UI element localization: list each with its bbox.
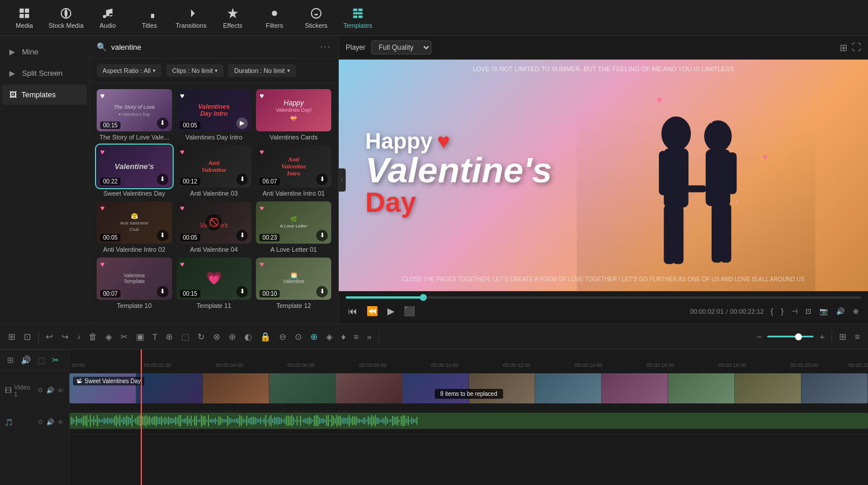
- template-card[interactable]: Valentine's ♥ 00:22 ⬇ Sweet Valentines D…: [97, 145, 172, 197]
- progress-bar[interactable]: [346, 296, 861, 299]
- play-button[interactable]: ▶: [385, 303, 397, 319]
- video-clip[interactable]: 📽 Sweet Valentines Day 8 items to be rep…: [69, 373, 868, 403]
- mark-out-button[interactable]: }: [779, 305, 786, 318]
- insert-button[interactable]: ⊣: [789, 305, 800, 318]
- template-thumbnail: 😤Anti ValentineClub ♥ 00:05 ⬇: [97, 201, 172, 244]
- preview-canvas: Happy ♥ Valentine's Day ♥ ♥ ♥ ♥ ♥: [339, 60, 868, 291]
- nav-stickers[interactable]: Stickers: [296, 2, 336, 34]
- tl-tool-grid[interactable]: ⊞: [5, 353, 16, 367]
- tool-record[interactable]: ◈: [323, 328, 336, 346]
- heart-icon: ♥: [259, 260, 264, 269]
- template-card[interactable]: AntiValentineIntro ♥ 06:07 ⬇ Anti Valent…: [256, 145, 331, 197]
- tool-magnet[interactable]: ⊡: [20, 328, 35, 346]
- zoom-out-button[interactable]: −: [753, 328, 766, 345]
- template-card[interactable]: AntiValentine's 🚫 ♥ 00:05 ⬇ Anti Valenti…: [177, 201, 252, 253]
- quality-select[interactable]: Full Quality High Quality Low Quality: [371, 41, 431, 54]
- track-audio-button[interactable]: 🔊: [46, 386, 55, 395]
- tool-rotate[interactable]: ⊕: [162, 328, 177, 346]
- sidebar-item-split-screen[interactable]: ▶ Split Screen: [2, 63, 87, 83]
- more-options-button[interactable]: ···: [320, 42, 331, 52]
- aspect-ratio-filter[interactable]: Aspect Ratio : All ▾: [97, 64, 162, 77]
- tool-cut[interactable]: ✂: [117, 328, 131, 346]
- search-input[interactable]: valentine: [111, 43, 316, 52]
- video-preview: Player Full Quality High Quality Low Qua…: [339, 36, 868, 324]
- tool-undo[interactable]: ↩: [42, 328, 57, 346]
- tool-redo[interactable]: ↪: [58, 328, 72, 346]
- tl-tool-audio[interactable]: 🔊: [19, 353, 33, 367]
- tool-minus[interactable]: ⊖: [276, 328, 290, 346]
- grid-view-button[interactable]: ⊞: [840, 42, 847, 53]
- track-settings-button[interactable]: ⚙: [37, 386, 44, 395]
- nav-stock-media[interactable]: Stock Media: [46, 2, 86, 34]
- tool-export[interactable]: ♦: [338, 328, 349, 345]
- step-back-button[interactable]: ⏪: [364, 303, 380, 319]
- tool-color[interactable]: ◐: [241, 328, 255, 346]
- nav-filters[interactable]: Filters: [255, 2, 294, 34]
- template-card[interactable]: AntiValentine ♥ 00:12 ⬇ Anti Valentine 0…: [177, 145, 252, 197]
- chevron-down-icon: ▾: [153, 68, 156, 74]
- sidebar-item-mine[interactable]: ▶ Mine: [2, 42, 87, 62]
- template-card[interactable]: The Story of Love ♥ Valentine's Day ♥ 00…: [97, 89, 172, 141]
- more-ctrl-button[interactable]: ⊕: [851, 305, 861, 318]
- nav-audio[interactable]: Audio: [88, 2, 127, 34]
- tl-tool-subtitle[interactable]: ⬚: [35, 353, 47, 367]
- tool-audio[interactable]: ♪: [74, 329, 84, 344]
- nav-titles[interactable]: Titles: [130, 2, 169, 34]
- heart-particle: ♥: [709, 117, 713, 126]
- ruler-marks: 00:00 00:00:02:00 00:00:04:00 00:00:06:0…: [69, 350, 868, 370]
- tl-tool-split[interactable]: ✂: [50, 353, 61, 367]
- audio-settings-button[interactable]: ⚙: [37, 418, 44, 427]
- template-card[interactable]: ValentinesDay Intro ♥ 00:05 ▶ Valentines…: [177, 89, 252, 141]
- template-card[interactable]: ValentineTemplate ♥ 00:07 ⬇ Template 10: [97, 258, 172, 309]
- template-card[interactable]: Happy Valentines Day! 💝 ♥ Valentines Car…: [256, 89, 331, 141]
- tool-select[interactable]: ◈: [102, 328, 116, 346]
- tool-circle[interactable]: ⊙: [291, 328, 306, 346]
- tool-speed[interactable]: ≡: [350, 328, 362, 345]
- track-eye-button[interactable]: 👁: [57, 386, 64, 395]
- stop-button[interactable]: ⬛: [401, 303, 417, 319]
- tool-more[interactable]: »: [364, 328, 375, 345]
- tool-text[interactable]: T: [149, 328, 161, 345]
- timeline-ruler: 00:00 00:00:02:00 00:00:04:00 00:00:06:0…: [69, 350, 868, 370]
- zoom-slider[interactable]: [767, 336, 814, 337]
- tool-crop[interactable]: ▣: [133, 328, 148, 346]
- template-card[interactable]: 🌅Valentine ♥ 00:10 ⬇ Template 12: [256, 258, 331, 309]
- tool-delete[interactable]: 🗑: [85, 328, 101, 345]
- tool-fit[interactable]: ⬚: [178, 328, 193, 346]
- fullscreen-button[interactable]: ⛶: [852, 42, 861, 53]
- tool-layout[interactable]: ⊞: [836, 328, 850, 346]
- duration-filter[interactable]: Duration : No limit ▾: [228, 64, 295, 77]
- volume-button[interactable]: 🔊: [834, 305, 847, 318]
- tool-grid[interactable]: ⊞: [5, 328, 19, 346]
- crop-button[interactable]: ⊡: [803, 305, 814, 318]
- tool-menu[interactable]: ≡: [851, 328, 863, 345]
- zoom-in-button[interactable]: +: [816, 328, 828, 345]
- track-label-video: 🎞 Video 1 ⚙ 🔊 👁: [0, 370, 69, 411]
- audio-track-icon: 🎵: [5, 418, 13, 427]
- nav-transitions[interactable]: Transitions: [171, 2, 211, 34]
- collapse-panel-button[interactable]: ‹: [338, 168, 346, 192]
- tool-plus-circle[interactable]: ⊕: [307, 328, 321, 346]
- nav-templates[interactable]: Templates: [338, 2, 378, 34]
- svg-rect-3: [25, 13, 29, 17]
- heart-particle: ♥: [656, 94, 662, 106]
- nav-effects[interactable]: Effects: [213, 2, 252, 34]
- template-card[interactable]: 🌿A Love Letter ♥ 00:23 ⬇ A Love Letter 0…: [256, 201, 331, 253]
- template-card[interactable]: 😤Anti ValentineClub ♥ 00:05 ⬇ Anti Valen…: [97, 201, 172, 253]
- template-card[interactable]: 💗 ♥ 00:15 ⬇ Template 11: [177, 258, 252, 309]
- snapshot-button[interactable]: 📷: [817, 305, 830, 318]
- top-navigation: Media Stock Media Audio Titles Transitio…: [0, 0, 868, 36]
- nav-media[interactable]: Media: [5, 2, 44, 34]
- audio-mute-button[interactable]: 🔊: [46, 418, 55, 427]
- heart-icon: ♥: [180, 91, 185, 100]
- tool-flip[interactable]: ↻: [194, 328, 208, 346]
- track-controls: ⚙ 🔊 👁: [37, 386, 64, 395]
- clips-filter[interactable]: Clips : No limit ▾: [166, 64, 224, 77]
- mark-in-button[interactable]: {: [768, 305, 775, 318]
- skip-back-button[interactable]: ⏮: [346, 304, 360, 319]
- tool-add[interactable]: ⊕: [225, 328, 240, 346]
- tool-merge[interactable]: ⊗: [210, 328, 224, 346]
- audio-eye-button[interactable]: 👁: [57, 418, 64, 427]
- sidebar-item-templates[interactable]: 🖼 Templates: [2, 84, 87, 105]
- tool-lock[interactable]: 🔒: [257, 328, 274, 346]
